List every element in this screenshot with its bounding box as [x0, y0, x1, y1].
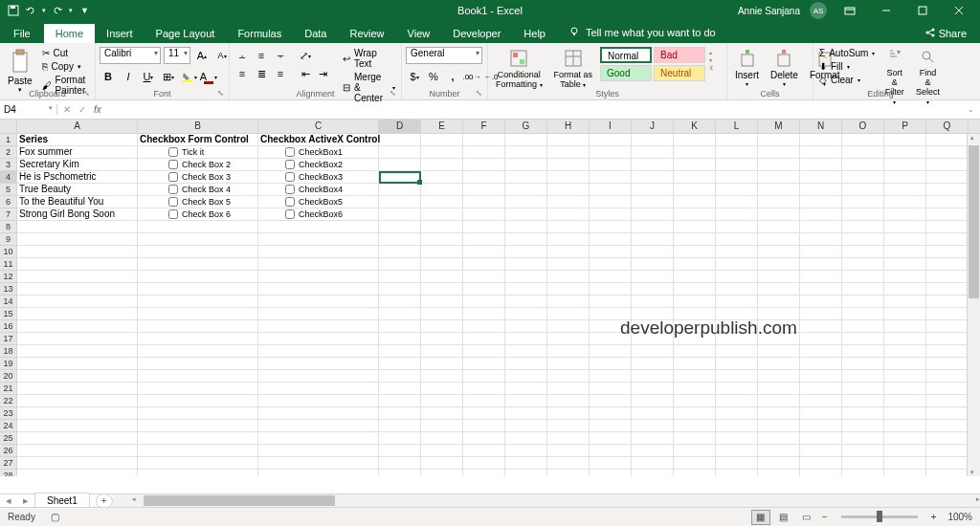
ribbon-options-icon[interactable]: [836, 0, 863, 21]
cell-E21[interactable]: [421, 383, 463, 395]
cell-C28[interactable]: [258, 470, 379, 476]
sheet-nav-prev-icon[interactable]: ◂: [0, 494, 17, 507]
cell-A26[interactable]: [17, 445, 138, 457]
horizontal-scroll-thumb[interactable]: [144, 495, 335, 506]
cell-O25[interactable]: [842, 432, 884, 445]
cell-P22[interactable]: [884, 395, 926, 407]
column-header-b[interactable]: B: [138, 120, 258, 133]
minimize-icon[interactable]: [873, 0, 900, 21]
cell-C15[interactable]: [258, 308, 379, 320]
cell-N6[interactable]: [800, 196, 842, 208]
cell-O19[interactable]: [842, 358, 884, 370]
tab-data[interactable]: Data: [293, 24, 338, 43]
cell-B18[interactable]: [138, 345, 258, 358]
cell-P24[interactable]: [884, 420, 926, 432]
cell-style-good[interactable]: Good: [600, 65, 652, 81]
cell-G27[interactable]: [505, 457, 547, 470]
tab-insert[interactable]: Insert: [95, 24, 145, 43]
cell-M21[interactable]: [758, 383, 800, 395]
cell-G3[interactable]: [505, 159, 547, 171]
cell-J14[interactable]: [632, 296, 674, 308]
cell-C27[interactable]: [258, 457, 379, 470]
cell-F14[interactable]: [463, 296, 505, 308]
scroll-down-icon[interactable]: ▾: [970, 469, 974, 476]
conditional-formatting-button[interactable]: ConditionalFormatting ▾: [492, 47, 546, 92]
cell-H1[interactable]: [547, 134, 590, 146]
copy-button[interactable]: ⎘Copy ▾: [40, 60, 91, 73]
cell-A16[interactable]: [17, 320, 138, 333]
cell-A14[interactable]: [17, 296, 138, 308]
cell-A20[interactable]: [17, 370, 138, 383]
row-header-15[interactable]: 15: [0, 308, 17, 320]
cell-P14[interactable]: [884, 296, 926, 308]
cell-E9[interactable]: [421, 233, 463, 246]
cell-B26[interactable]: [138, 445, 258, 457]
cell-M24[interactable]: [758, 420, 800, 432]
cell-O17[interactable]: [842, 333, 884, 345]
cell-E19[interactable]: [421, 358, 463, 370]
tab-formulas[interactable]: Formulas: [226, 24, 293, 43]
row-header-28[interactable]: 28: [0, 470, 17, 476]
cell-E5[interactable]: [421, 184, 463, 196]
cell-J2[interactable]: [632, 146, 674, 159]
cell-L3[interactable]: [716, 159, 758, 171]
cell-N23[interactable]: [800, 407, 842, 420]
cell-L20[interactable]: [716, 370, 758, 383]
cell-N24[interactable]: [800, 420, 842, 432]
cell-D26[interactable]: [379, 445, 421, 457]
cell-I19[interactable]: [590, 358, 632, 370]
row-header-5[interactable]: 5: [0, 184, 17, 196]
cell-M28[interactable]: [758, 470, 800, 476]
cell-J4[interactable]: [632, 171, 674, 184]
cell-M23[interactable]: [758, 407, 800, 420]
cell-I8[interactable]: [590, 221, 632, 233]
row-header-14[interactable]: 14: [0, 296, 17, 308]
cell-H6[interactable]: [547, 196, 590, 208]
activex-checkbox-3[interactable]: CheckBox3: [285, 172, 343, 182]
clipboard-launcher[interactable]: ⤡: [83, 89, 93, 99]
column-header-c[interactable]: C: [258, 120, 379, 133]
cell-F26[interactable]: [463, 445, 505, 457]
clear-button[interactable]: ◇Clear ▾: [817, 74, 877, 86]
cell-B15[interactable]: [138, 308, 258, 320]
cell-E8[interactable]: [421, 221, 463, 233]
cell-J10[interactable]: [632, 246, 674, 258]
font-size-combo[interactable]: 11: [164, 47, 190, 64]
cell-B14[interactable]: [138, 296, 258, 308]
cell-A9[interactable]: [17, 233, 138, 246]
cell-M12[interactable]: [758, 271, 800, 283]
activex-checkbox-4[interactable]: CheckBox4: [285, 185, 343, 194]
row-header-24[interactable]: 24: [0, 420, 17, 432]
cell-I16[interactable]: [590, 320, 632, 333]
fill-color-icon[interactable]: ▾: [180, 68, 197, 85]
cell-M5[interactable]: [758, 184, 800, 196]
activex-checkbox-5[interactable]: CheckBox5: [285, 197, 343, 207]
cell-A27[interactable]: [17, 457, 138, 470]
cell-B9[interactable]: [138, 233, 258, 246]
row-header-23[interactable]: 23: [0, 407, 17, 420]
cell-K4[interactable]: [674, 171, 716, 184]
cell-K23[interactable]: [674, 407, 716, 420]
cell-F10[interactable]: [463, 246, 505, 258]
column-header-e[interactable]: E: [421, 120, 463, 133]
cell-J27[interactable]: [632, 457, 674, 470]
cell-G9[interactable]: [505, 233, 547, 246]
cell-E15[interactable]: [421, 308, 463, 320]
cell-O12[interactable]: [842, 271, 884, 283]
cell-P26[interactable]: [884, 445, 926, 457]
number-launcher[interactable]: ⤡: [476, 89, 485, 99]
cell-D2[interactable]: [379, 146, 421, 159]
cell-C8[interactable]: [258, 221, 379, 233]
cell-H25[interactable]: [547, 432, 590, 445]
cell-H20[interactable]: [547, 370, 590, 383]
tab-help[interactable]: Help: [512, 24, 557, 43]
cell-G20[interactable]: [505, 370, 547, 383]
checkbox-input[interactable]: [168, 209, 178, 219]
cell-K15[interactable]: [674, 308, 716, 320]
cell-P25[interactable]: [884, 432, 926, 445]
cell-I2[interactable]: [590, 146, 632, 159]
cell-C23[interactable]: [258, 407, 379, 420]
cell-I5[interactable]: [590, 184, 632, 196]
cell-I17[interactable]: [590, 333, 632, 345]
cell-N7[interactable]: [800, 208, 842, 221]
